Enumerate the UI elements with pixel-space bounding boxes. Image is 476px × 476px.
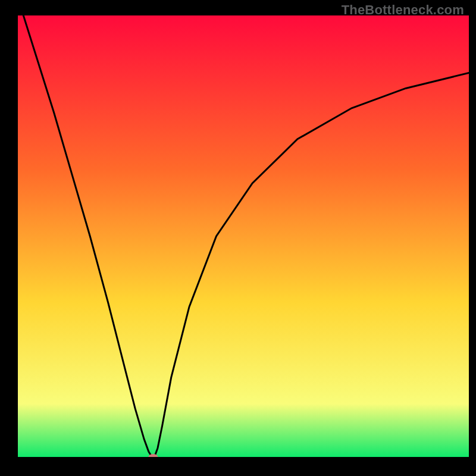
plot-background-gradient	[18, 15, 469, 457]
watermark-text: TheBottleneck.com	[342, 2, 464, 18]
bottleneck-chart	[0, 0, 476, 476]
chart-stage: { "watermark": { "text": "TheBottleneck.…	[0, 0, 476, 476]
